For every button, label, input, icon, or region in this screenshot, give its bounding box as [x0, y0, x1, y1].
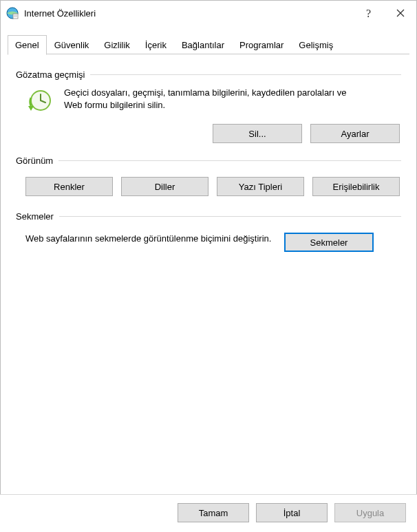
button-label: Renkler	[54, 182, 85, 192]
button-label: Ayarlar	[341, 129, 370, 139]
tabs-settings-button[interactable]: Sekmeler	[284, 233, 374, 252]
button-label: Sil...	[248, 129, 266, 139]
window-title: Internet Özellikleri	[24, 8, 96, 19]
tab-label: Bağlantılar	[182, 40, 224, 50]
ok-button[interactable]: Tamam	[178, 503, 249, 522]
tab-label: Güvenlik	[54, 40, 89, 50]
cancel-button[interactable]: İptal	[256, 503, 328, 522]
tab-label: Genel	[15, 40, 39, 50]
colors-button[interactable]: Renkler	[25, 177, 113, 196]
button-label: Uygula	[356, 508, 384, 518]
tab-connections[interactable]: Bağlantılar	[174, 35, 232, 54]
svg-text:?: ?	[366, 8, 371, 19]
tabs-description: Web sayfalarının sekmelerde görüntülenme…	[25, 233, 273, 245]
tab-strip: Genel Güvenlik Gizlilik İçerik Bağlantıl…	[1, 25, 416, 54]
button-label: İptal	[284, 508, 301, 518]
group-divider	[59, 216, 401, 217]
svg-marker-10	[28, 106, 34, 111]
tab-panel-general: Gözatma geçmişi Geçici dosyaları, geçmiş…	[1, 54, 416, 259]
group-title-text: Sekmeler	[16, 211, 59, 222]
group-title-text: Gözatma geçmişi	[16, 70, 90, 80]
group-appearance: Görünüm	[16, 156, 401, 166]
group-divider	[90, 74, 401, 75]
tab-general[interactable]: Genel	[8, 35, 47, 55]
tab-label: Programlar	[239, 40, 284, 50]
group-divider	[58, 160, 401, 161]
close-button[interactable]	[385, 1, 416, 25]
history-clock-icon	[25, 88, 53, 116]
button-label: Erişilebilirlik	[333, 182, 380, 192]
button-label: Sekmeler	[310, 237, 348, 248]
button-label: Diller	[155, 182, 175, 192]
tab-label: Gizlilik	[104, 40, 130, 50]
group-title-text: Görünüm	[16, 156, 58, 166]
tab-programs[interactable]: Programlar	[232, 35, 291, 54]
help-button[interactable]: ?	[353, 1, 385, 25]
languages-button[interactable]: Diller	[121, 177, 208, 196]
tab-label: İçerik	[145, 40, 167, 50]
dialog-footer: Tamam İptal Uygula	[0, 494, 417, 532]
tab-privacy[interactable]: Gizlilik	[96, 35, 138, 54]
tab-content[interactable]: İçerik	[138, 35, 174, 54]
internet-options-icon	[6, 7, 19, 19]
button-label: Yazı Tipleri	[239, 182, 282, 192]
tab-security[interactable]: Güvenlik	[47, 35, 97, 54]
history-settings-button[interactable]: Ayarlar	[310, 124, 400, 143]
tab-label: Gelişmiş	[299, 40, 333, 50]
group-tabs: Sekmeler	[16, 211, 401, 222]
group-browsing-history: Gözatma geçmişi	[16, 70, 401, 80]
tab-advanced[interactable]: Gelişmiş	[291, 35, 341, 54]
svg-rect-1	[13, 14, 18, 19]
button-label: Tamam	[199, 508, 228, 518]
fonts-button[interactable]: Yazı Tipleri	[217, 177, 304, 196]
apply-button[interactable]: Uygula	[334, 503, 406, 522]
delete-history-button[interactable]: Sil...	[213, 124, 302, 143]
history-description: Geçici dosyaları, geçmişi, tanımlama bil…	[64, 87, 360, 111]
accessibility-button[interactable]: Erişilebilirlik	[312, 177, 400, 196]
titlebar: Internet Özellikleri ?	[1, 1, 416, 25]
